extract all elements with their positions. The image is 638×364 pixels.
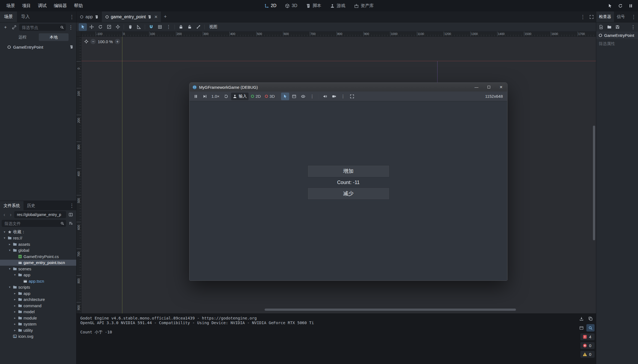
script-icon[interactable] <box>95 15 99 19</box>
current-path-input[interactable] <box>17 212 64 217</box>
save-resource-icon[interactable] <box>614 23 621 31</box>
chevron-right-icon[interactable]: ▸ <box>13 292 17 295</box>
snap-options-icon[interactable]: ⋮ <box>164 23 173 31</box>
rotate-tool-icon[interactable] <box>96 23 104 31</box>
script-icon[interactable] <box>148 15 152 19</box>
collapse-messages-icon[interactable] <box>577 324 586 332</box>
increase-button[interactable]: 增加 <box>308 165 389 177</box>
pick-cursor-icon[interactable] <box>605 2 615 10</box>
favorites-row[interactable]: ▾ 收藏： <box>0 229 76 235</box>
close-icon[interactable]: ✕ <box>495 83 507 91</box>
tab-signals[interactable]: 信号 <box>614 11 628 22</box>
menu-editor[interactable]: 编辑器 <box>50 0 70 11</box>
chevron-down-icon[interactable]: ▾ <box>8 267 11 271</box>
file-tree-item[interactable]: ▸ module <box>0 315 76 321</box>
remote-tree-button[interactable]: 远程 <box>8 33 37 41</box>
workspace-2d[interactable]: 2D <box>261 2 280 10</box>
chevron-right-icon[interactable]: ▸ <box>13 322 17 326</box>
inspector-menu-icon[interactable]: ⋮ <box>629 23 637 31</box>
chevron-right-icon[interactable]: ▸ <box>13 329 17 332</box>
new-scene-tab-icon[interactable]: + <box>161 11 170 22</box>
v-ruler[interactable]: 0100200300400500600700800900 <box>76 37 81 313</box>
suspend-game-icon[interactable] <box>192 93 200 100</box>
file-tree-item[interactable]: ▾ scenes <box>0 266 76 272</box>
error-count-badge[interactable]: 0 <box>580 342 595 349</box>
selection-list-icon[interactable] <box>290 93 298 100</box>
scene-tree-root-node[interactable]: GameEntryPoint <box>0 43 76 51</box>
center-view-icon[interactable] <box>84 39 88 44</box>
scale-tool-icon[interactable] <box>105 23 113 31</box>
view-menu[interactable]: 视图 <box>206 24 220 29</box>
expand-editor-icon[interactable] <box>587 11 596 22</box>
menu-scene[interactable]: 场景 <box>3 0 19 11</box>
file-tree-item[interactable]: ▾ scripts <box>0 284 76 291</box>
open-script-icon[interactable] <box>70 45 73 49</box>
dock-menu-icon[interactable]: ⋮ <box>67 201 76 210</box>
property-filter-input[interactable]: 筛选属性 <box>599 41 636 46</box>
file-tree-item[interactable]: ▸ assets <box>0 241 76 247</box>
warning-count-badge[interactable]: 0 <box>580 351 595 358</box>
zoom-in-icon[interactable]: + <box>115 39 120 44</box>
move-tool-icon[interactable] <box>87 23 96 31</box>
scene-tree-menu-icon[interactable]: ⋮ <box>67 24 75 31</box>
file-tree-item[interactable]: ▸ system <box>0 321 76 327</box>
dock-menu-icon[interactable]: ⋮ <box>67 11 76 22</box>
camera-options-icon[interactable]: ⋮ <box>339 93 347 100</box>
sort-files-icon[interactable] <box>67 220 75 227</box>
file-filter-input[interactable] <box>4 221 59 226</box>
tab-list-icon[interactable]: ⋮ <box>578 11 587 22</box>
inspected-node-row[interactable]: GameEntryPoint <box>596 32 638 39</box>
chevron-right-icon[interactable]: ▸ <box>13 304 17 307</box>
skeleton-options-icon[interactable] <box>194 23 202 31</box>
input-mode-toggle[interactable]: 输入 <box>231 93 249 100</box>
save-log-icon[interactable] <box>577 315 586 322</box>
mute-audio-icon[interactable] <box>321 93 329 100</box>
select-tool-icon[interactable] <box>79 23 87 31</box>
unlock-icon[interactable] <box>185 23 194 31</box>
workspace-3d[interactable]: 3D <box>282 2 300 10</box>
pan-tool-icon[interactable] <box>126 23 134 31</box>
tab-scene-dock[interactable]: 场景 <box>0 11 17 22</box>
decrease-button[interactable]: 减少 <box>308 188 389 200</box>
workspace-game[interactable]: 游戏 <box>327 2 348 10</box>
zoom-out-icon[interactable]: − <box>90 39 96 44</box>
tab-history[interactable]: 历史 <box>23 201 39 210</box>
reset-speed-icon[interactable] <box>222 93 230 100</box>
local-tree-button[interactable]: 本地 <box>39 33 69 41</box>
file-tree-item[interactable]: ▸ command <box>0 303 76 309</box>
next-frame-icon[interactable] <box>201 93 209 100</box>
visibility-icon[interactable] <box>299 93 307 100</box>
vertical-scrollbar[interactable] <box>593 126 595 240</box>
smart-snap-icon[interactable] <box>147 23 155 31</box>
file-tree-item-selected[interactable]: game_entry_point.tscn <box>0 260 76 266</box>
file-tree-item[interactable]: ▸ model <box>0 309 76 315</box>
scene-tab-app[interactable]: app <box>76 11 102 22</box>
camera-override-icon[interactable] <box>330 93 338 100</box>
instance-scene-icon[interactable] <box>10 24 18 31</box>
history-forward-icon[interactable]: › <box>8 211 13 218</box>
chevron-right-icon[interactable]: ▸ <box>13 316 17 320</box>
chevron-down-icon[interactable]: ▾ <box>8 285 11 289</box>
chevron-right-icon[interactable]: ▸ <box>8 242 11 246</box>
chevron-right-icon[interactable]: ▸ <box>13 298 17 301</box>
search-log-icon[interactable] <box>586 324 595 332</box>
debug-3d-toggle[interactable]: 3D <box>263 93 276 100</box>
game-window-titlebar[interactable]: MyGFrameworkGame (DEBUG) — ✕ <box>190 83 507 91</box>
lock-icon[interactable] <box>177 23 185 31</box>
file-tree-item[interactable]: ▾ res:// <box>0 235 76 241</box>
workspace-assetlib[interactable]: 资产库 <box>351 2 377 10</box>
tab-filesystem[interactable]: 文件系统 <box>0 201 23 210</box>
close-tab-icon[interactable]: ✕ <box>154 14 158 19</box>
chevron-right-icon[interactable]: ▸ <box>13 310 17 313</box>
chevron-down-icon[interactable]: ▾ <box>8 248 11 252</box>
file-tree-item[interactable]: app.tscn <box>0 278 76 284</box>
ruler-tool-icon[interactable] <box>135 23 143 31</box>
output-log[interactable]: Godot Engine v4.6.stable.mono.official.8… <box>80 316 573 335</box>
menu-debug[interactable]: 调试 <box>34 0 50 11</box>
minimize-icon[interactable]: — <box>470 83 483 91</box>
tab-import-dock[interactable]: 导入 <box>17 11 34 22</box>
h-ruler[interactable]: -100010020030040050060070080090010001100… <box>81 32 596 37</box>
split-dock-icon[interactable] <box>67 211 75 218</box>
game-speed-dropdown[interactable]: 1.0× <box>210 93 221 100</box>
file-tree-item[interactable]: ▾ global <box>0 247 76 254</box>
